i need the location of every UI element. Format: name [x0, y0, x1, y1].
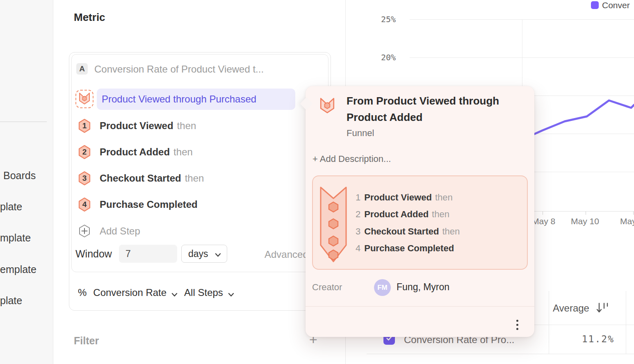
average-column-header[interactable]: Average — [553, 303, 589, 314]
table-column-divider — [549, 291, 549, 354]
step-number: 1 — [78, 118, 91, 133]
popup-step-3: 3Checkout Startedthen — [356, 226, 460, 237]
avatar: FM — [374, 279, 391, 296]
step-suffix: then — [442, 226, 460, 237]
popup-step-4: 4Purchase Completed — [356, 243, 457, 254]
popup-title: From Product Viewed through Product Adde… — [347, 93, 523, 125]
x-axis-label-may10: May 10 — [571, 216, 599, 226]
step-number: 4 — [356, 243, 360, 253]
step-name: Checkout Started — [100, 173, 181, 184]
step-name: Product Viewed — [100, 120, 173, 131]
selected-funnel-name[interactable]: Product Viewed through Purchased — [97, 89, 295, 110]
step-3-row[interactable]: Checkout Startedthen — [100, 173, 204, 184]
step-4-row[interactable]: Purchase Completed — [100, 199, 201, 210]
chevron-down-icon — [215, 248, 221, 259]
step-suffix: then — [435, 192, 453, 202]
add-step-button[interactable]: Add Step — [100, 225, 140, 237]
funnel-icon — [319, 97, 335, 116]
step-name: Product Added — [100, 146, 170, 157]
step-suffix: then — [185, 173, 204, 184]
chevron-down-icon[interactable] — [171, 288, 178, 299]
funnel-definition-card — [71, 54, 328, 272]
x-axis-label-may12: May — [620, 216, 634, 226]
funnel-icon — [78, 92, 91, 107]
legend-color-swatch — [591, 1, 599, 9]
sidebar-item-template-4[interactable]: plate — [0, 295, 22, 307]
window-unit-value: days — [188, 248, 208, 259]
y-axis-tick-20: 20% — [361, 52, 396, 62]
step-suffix: then — [173, 146, 193, 157]
creator-name: Fung, Myron — [397, 282, 449, 293]
step-number: 2 — [356, 209, 360, 219]
window-value-input[interactable]: 7 — [119, 245, 177, 263]
filter-section-title: Filter — [74, 335, 99, 347]
sidebar-item-template-1[interactable]: plate — [0, 201, 22, 213]
step-name: Product Viewed — [364, 192, 432, 202]
popup-footer-divider — [306, 306, 534, 307]
step-name: Product Added — [364, 209, 429, 219]
sidebar-divider — [0, 121, 47, 122]
window-unit-select[interactable]: days — [181, 245, 227, 263]
step-1-row[interactable]: Product Viewedthen — [100, 120, 196, 132]
series-badge: A — [76, 63, 88, 75]
step-2-badge: 2 — [78, 145, 91, 159]
sort-descending-icon[interactable] — [595, 302, 610, 316]
popup-funnel-summary-card: 1Product Viewedthen 2Product Addedthen 3… — [312, 175, 528, 270]
step-2-row[interactable]: Product Addedthen — [100, 146, 193, 158]
measure-type-select[interactable]: Conversion Rate — [93, 287, 166, 298]
metric-section-title: Metric — [74, 11, 105, 24]
step-1-badge: 1 — [78, 118, 91, 133]
funnel-details-popup: From Product Viewed through Product Adde… — [306, 86, 534, 337]
percent-symbol: % — [78, 287, 87, 298]
chevron-down-icon[interactable] — [228, 288, 234, 299]
series-name[interactable]: Conversion Rate of Product Viewed t... — [94, 64, 264, 75]
step-name: Purchase Completed — [100, 199, 198, 210]
creator-label: Creator — [312, 282, 342, 293]
x-axis-label-may8: May 8 — [532, 216, 555, 226]
step-number: 3 — [356, 226, 360, 237]
step-suffix: then — [177, 120, 196, 131]
step-name: Purchase Completed — [364, 243, 454, 253]
add-description-button[interactable]: + Add Description... — [312, 154, 391, 164]
step-name: Checkout Started — [364, 226, 439, 237]
table-row-average-value: 11.2% — [554, 334, 614, 344]
step-number: 4 — [78, 197, 91, 212]
step-suffix: then — [432, 209, 449, 219]
window-label: Window — [75, 248, 112, 260]
advanced-link[interactable]: Advanced — [265, 249, 308, 260]
sidebar-item-boards[interactable]: Boards — [3, 170, 36, 182]
measure-row: % Conversion Rate All Steps — [78, 286, 234, 299]
sidebar: Boards plate mplate emplate plate — [0, 0, 53, 364]
legend-series-label[interactable]: Conver — [602, 0, 630, 10]
funnel-metric-icon-box[interactable] — [75, 90, 94, 108]
sidebar-item-template-2[interactable]: mplate — [0, 232, 31, 244]
measure-scope-select[interactable]: All Steps — [184, 287, 223, 298]
funnel-ribbon-icon — [319, 185, 347, 266]
step-number: 3 — [78, 171, 91, 186]
kebab-menu-icon[interactable] — [512, 316, 522, 333]
table-column-divider — [626, 291, 626, 354]
step-3-badge: 3 — [78, 171, 91, 186]
table-row-divider — [367, 354, 634, 354]
hexagon-plus-icon[interactable] — [78, 224, 91, 240]
step-number: 2 — [78, 145, 91, 159]
step-number: 1 — [356, 192, 360, 202]
sidebar-item-template-3[interactable]: emplate — [0, 264, 36, 275]
app-window: Boards plate mplate emplate plate Metric… — [0, 0, 634, 364]
y-axis-tick-25: 25% — [361, 14, 396, 24]
popup-step-1: 1Product Viewedthen — [356, 192, 453, 203]
popup-type-label: Funnel — [347, 128, 374, 139]
step-4-badge: 4 — [78, 197, 91, 212]
popup-step-2: 2Product Addedthen — [356, 209, 449, 220]
